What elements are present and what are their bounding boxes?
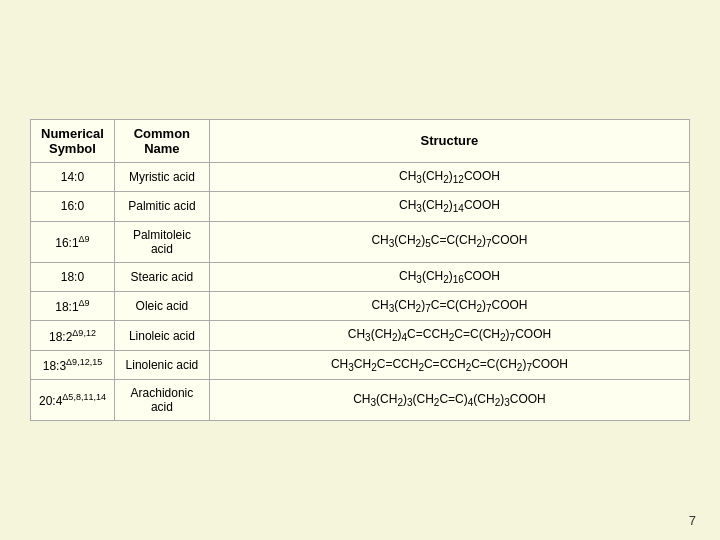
cell-common: Linolenic acid [114, 350, 209, 379]
cell-common: Palmitic acid [114, 192, 209, 221]
table-row: 18:1Δ9Oleic acidCH3(CH2)7C=C(CH2)7COOH [31, 292, 690, 321]
cell-numerical: 16:0 [31, 192, 115, 221]
table-header-row: Numerical Symbol Common Name Structure [31, 119, 690, 162]
cell-numerical: 20:4Δ5,8,11,14 [31, 380, 115, 421]
fatty-acids-table: Numerical Symbol Common Name Structure 1… [30, 119, 690, 421]
cell-structure: CH3(CH2)7C=C(CH2)7COOH [209, 292, 689, 321]
cell-common: Stearic acid [114, 262, 209, 291]
table-row: 16:0Palmitic acidCH3(CH2)14COOH [31, 192, 690, 221]
table-row: 16:1Δ9Palmitoleic acidCH3(CH2)5C=C(CH2)7… [31, 221, 690, 262]
table-row: 18:2Δ9,12Linoleic acidCH3(CH2)4C=CCH2C=C… [31, 321, 690, 350]
cell-numerical: 18:0 [31, 262, 115, 291]
cell-numerical: 14:0 [31, 162, 115, 191]
header-structure: Structure [209, 119, 689, 162]
header-common: Common Name [114, 119, 209, 162]
cell-common: Linoleic acid [114, 321, 209, 350]
table-row: 18:0Stearic acidCH3(CH2)16COOH [31, 262, 690, 291]
cell-common: Arachidonic acid [114, 380, 209, 421]
cell-structure: CH3CH2C=CCH2C=CCH2C=C(CH2)7COOH [209, 350, 689, 379]
table-row: 20:4Δ5,8,11,14Arachidonic acidCH3(CH2)3(… [31, 380, 690, 421]
table-row: 18:3Δ9,12,15Linolenic acidCH3CH2C=CCH2C=… [31, 350, 690, 379]
cell-numerical: 16:1Δ9 [31, 221, 115, 262]
cell-structure: CH3(CH2)12COOH [209, 162, 689, 191]
cell-common: Myristic acid [114, 162, 209, 191]
cell-common: Palmitoleic acid [114, 221, 209, 262]
cell-numerical: 18:3Δ9,12,15 [31, 350, 115, 379]
cell-structure: CH3(CH2)16COOH [209, 262, 689, 291]
cell-structure: CH3(CH2)3(CH2C=C)4(CH2)3COOH [209, 380, 689, 421]
page-number: 7 [689, 513, 696, 528]
header-numerical: Numerical Symbol [31, 119, 115, 162]
cell-structure: CH3(CH2)5C=C(CH2)7COOH [209, 221, 689, 262]
cell-common: Oleic acid [114, 292, 209, 321]
cell-numerical: 18:1Δ9 [31, 292, 115, 321]
table-row: 14:0Myristic acidCH3(CH2)12COOH [31, 162, 690, 191]
page-container: Numerical Symbol Common Name Structure 1… [20, 109, 700, 431]
cell-numerical: 18:2Δ9,12 [31, 321, 115, 350]
cell-structure: CH3(CH2)14COOH [209, 192, 689, 221]
cell-structure: CH3(CH2)4C=CCH2C=C(CH2)7COOH [209, 321, 689, 350]
